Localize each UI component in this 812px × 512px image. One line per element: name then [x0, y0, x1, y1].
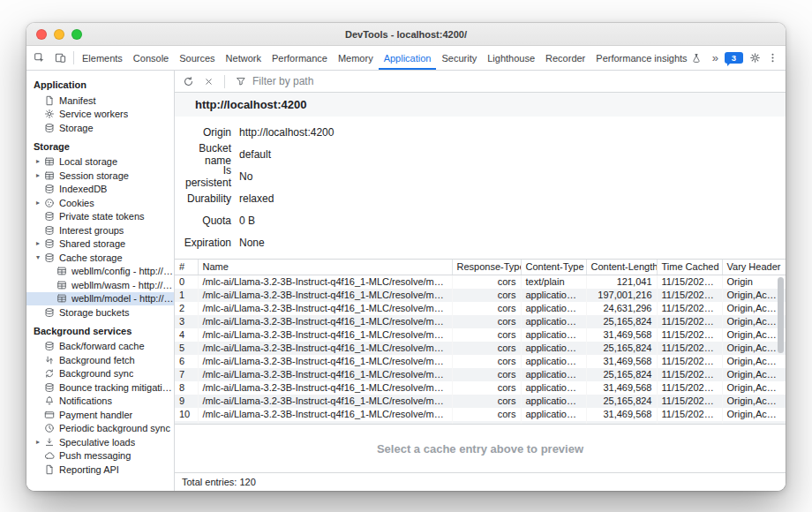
table-row[interactable]: 1/mlc-ai/Llama-3.2-3B-Instruct-q4f16_1-M… — [175, 289, 786, 302]
table-icon — [56, 279, 67, 290]
column-header-time-cached[interactable]: Time Cached — [657, 260, 722, 275]
tab-elements[interactable]: Elements — [77, 46, 128, 70]
table-row[interactable]: 0/mlc-ai/Llama-3.2-3B-Instruct-q4f16_1-M… — [175, 275, 786, 290]
column-header-content-type[interactable]: Content-Type — [521, 260, 586, 275]
sidebar-item-local-storage[interactable]: ▸Local storage — [26, 155, 174, 169]
meta-row-quota: Quota0 B — [175, 209, 786, 231]
sidebar-item-notifications[interactable]: Notifications — [26, 395, 174, 409]
table-row[interactable]: 11/mlc-ai/Llama-3.2-3B-Instruct-q4f16_1-… — [175, 421, 786, 424]
sidebar-item-cookies[interactable]: ▸Cookies — [26, 196, 174, 210]
table-scrollbar-thumb[interactable] — [778, 277, 784, 353]
cell-time-cached: 11/15/2024, 10… — [657, 302, 722, 315]
sidebar-item-interest-groups[interactable]: Interest groups — [26, 223, 174, 237]
column-header-response-type[interactable]: Response-Type — [452, 260, 521, 275]
sidebar-item-payment-handler[interactable]: Payment handler — [26, 408, 174, 422]
cell-: 10 — [175, 408, 198, 421]
cell-content-length: 25,165,824 — [586, 395, 657, 408]
sidebar-item-cache-storage[interactable]: ▾Cache storage — [26, 251, 174, 265]
database-icon — [43, 184, 55, 195]
refresh-icon[interactable] — [181, 74, 195, 88]
sidebar-item-periodic-background-sync[interactable]: Periodic background sync — [26, 422, 174, 436]
tab-network[interactable]: Network — [221, 46, 267, 70]
cell-name: /mlc-ai/Llama-3.2-3B-Instruct-q4f16_1-ML… — [198, 328, 452, 342]
table-row[interactable]: 3/mlc-ai/Llama-3.2-3B-Instruct-q4f16_1-M… — [175, 315, 786, 328]
chevron-right-icon[interactable]: ▸ — [34, 439, 42, 446]
preview-placeholder: Select a cache entry above to preview — [377, 442, 583, 456]
table-row[interactable]: 4/mlc-ai/Llama-3.2-3B-Instruct-q4f16_1-M… — [175, 328, 786, 342]
chevron-right-icon[interactable]: ▸ — [34, 240, 42, 247]
minimize-window-button[interactable] — [54, 29, 64, 40]
tab-performance[interactable]: Performance — [267, 46, 333, 70]
sidebar-item-webllm-wasm-http-loca[interactable]: webllm/wasm - http://loca… — [26, 278, 174, 292]
device-toolbar-icon[interactable] — [49, 46, 71, 70]
tab-console[interactable]: Console — [128, 46, 174, 70]
cell-vary-header: Origin,Access… — [722, 421, 786, 424]
chevron-right-icon[interactable]: ▸ — [34, 158, 42, 165]
flask-icon — [691, 53, 702, 64]
tab-performance-insights[interactable]: Performance insights — [590, 46, 706, 70]
tab-label: Memory — [338, 53, 373, 64]
more-tabs-icon[interactable]: » — [712, 52, 718, 64]
settings-gear-icon[interactable] — [749, 52, 761, 64]
tab-security[interactable]: Security — [436, 46, 482, 70]
column-header-name[interactable]: Name — [198, 260, 452, 275]
cell-: 1 — [175, 289, 198, 302]
sidebar-item-back-forward-cache[interactable]: Back/forward cache — [26, 340, 174, 354]
sidebar-item-label: Speculative loads — [59, 437, 135, 448]
table-row[interactable]: 10/mlc-ai/Llama-3.2-3B-Instruct-q4f16_1-… — [175, 408, 786, 421]
cell-time-cached: 11/15/2024, 10… — [657, 315, 722, 328]
sidebar-item-shared-storage[interactable]: ▸Shared storage — [26, 237, 174, 252]
kebab-menu-icon[interactable] — [767, 52, 778, 64]
sidebar-item-webllm-model-http-loc[interactable]: webllm/model - http://loc… — [26, 292, 174, 306]
delete-selected-icon[interactable] — [201, 74, 215, 88]
meta-label: Origin — [175, 126, 231, 139]
tab-lighthouse[interactable]: Lighthouse — [482, 46, 540, 70]
tab-sources[interactable]: Sources — [174, 46, 220, 70]
table-row[interactable]: 5/mlc-ai/Llama-3.2-3B-Instruct-q4f16_1-M… — [175, 342, 786, 355]
meta-value: None — [239, 237, 265, 249]
zoom-window-button[interactable] — [71, 29, 82, 40]
column-header-[interactable]: # — [175, 260, 198, 275]
inspect-element-icon[interactable] — [28, 46, 49, 70]
table-row[interactable]: 9/mlc-ai/Llama-3.2-3B-Instruct-q4f16_1-M… — [175, 395, 786, 408]
window-titlebar[interactable]: DevTools - localhost:4200/ — [26, 23, 786, 46]
table-row[interactable]: 6/mlc-ai/Llama-3.2-3B-Instruct-q4f16_1-M… — [175, 355, 786, 368]
sidebar-item-bounce-tracking-mitigations[interactable]: Bounce tracking mitigations — [26, 380, 174, 395]
column-header-vary-header[interactable]: Vary Header — [722, 260, 786, 275]
filter-by-path-input[interactable]: Filter by path — [234, 74, 313, 88]
chevron-down-icon[interactable]: ▾ — [34, 254, 42, 261]
sidebar-item-webllm-config-http-loc[interactable]: webllm/config - http://loc… — [26, 265, 174, 279]
sidebar-item-indexeddb[interactable]: IndexedDB — [26, 183, 174, 197]
sidebar-item-storage[interactable]: Storage — [26, 121, 174, 135]
column-header-content-length[interactable]: Content-Length — [586, 260, 657, 275]
meta-value: relaxed — [239, 192, 274, 205]
table-row[interactable]: 2/mlc-ai/Llama-3.2-3B-Instruct-q4f16_1-M… — [175, 302, 786, 315]
cell-vary-header: Origin — [722, 275, 786, 290]
console-message-badge[interactable]: 3 — [725, 52, 743, 64]
cell-time-cached: 11/15/2024, 10… — [657, 328, 722, 342]
tab-application[interactable]: Application — [379, 46, 437, 70]
sidebar-item-speculative-loads[interactable]: ▸Speculative loads — [26, 435, 174, 449]
chevron-right-icon[interactable]: ▸ — [34, 200, 42, 207]
sidebar-item-private-state-tokens[interactable]: Private state tokens — [26, 210, 174, 224]
meta-row-origin: Originhttp://localhost:4200 — [175, 121, 786, 143]
sidebar-item-background-fetch[interactable]: Background fetch — [26, 353, 174, 367]
sidebar-item-background-sync[interactable]: Background sync — [26, 367, 174, 381]
chevron-right-icon[interactable]: ▸ — [34, 172, 42, 179]
sidebar-item-manifest[interactable]: Manifest — [26, 94, 174, 108]
meta-row-bucket-name: Bucket namedefault — [175, 143, 786, 165]
sidebar-item-storage-buckets[interactable]: Storage buckets — [26, 305, 174, 320]
tab-recorder[interactable]: Recorder — [540, 46, 590, 70]
sidebar-item-push-messaging[interactable]: Push messaging — [26, 449, 174, 463]
sidebar-item-session-storage[interactable]: ▸Session storage — [26, 169, 174, 183]
table-row[interactable]: 8/mlc-ai/Llama-3.2-3B-Instruct-q4f16_1-M… — [175, 381, 786, 395]
sidebar-item-service-workers[interactable]: Service workers — [26, 108, 174, 122]
sidebar-item-label: Payment handler — [59, 410, 132, 420]
cell-time-cached: 11/15/2024, 10… — [657, 381, 722, 395]
close-window-button[interactable] — [36, 29, 47, 40]
table-row[interactable]: 7/mlc-ai/Llama-3.2-3B-Instruct-q4f16_1-M… — [175, 368, 786, 381]
origin-title: http://localhost:4200 — [195, 98, 306, 111]
tab-memory[interactable]: Memory — [333, 46, 379, 70]
sidebar-item-reporting-api[interactable]: Reporting API — [26, 463, 174, 477]
sidebar-item-label: Bounce tracking mitigations — [59, 382, 174, 393]
